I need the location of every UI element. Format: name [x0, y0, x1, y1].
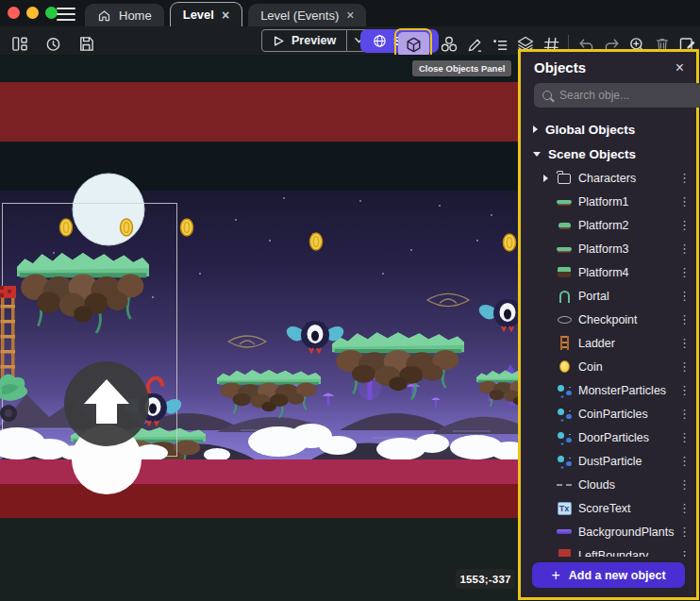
object-item-coin[interactable]: Coin [521, 355, 696, 378]
item-menu-icon[interactable] [678, 194, 690, 209]
object-item-clouds[interactable]: Clouds [521, 473, 696, 496]
search-box[interactable] [534, 83, 700, 108]
preview-button[interactable]: Preview [261, 29, 347, 52]
project-manager-icon[interactable] [8, 31, 31, 56]
item-menu-icon[interactable] [678, 548, 690, 557]
edit-pencil-icon[interactable] [463, 32, 486, 57]
item-menu-icon[interactable] [678, 407, 690, 421]
search-icon [542, 91, 552, 100]
platform-strip-icon [557, 247, 572, 251]
tooltip: Close Objects Panel [412, 60, 511, 76]
main-menu-icon[interactable] [57, 8, 75, 21]
coin-instance[interactable] [504, 234, 516, 251]
scene-editor-canvas[interactable]: 1553;-337 [0, 55, 521, 601]
object-item-ladder[interactable]: Ladder [521, 331, 696, 355]
tab-level[interactable]: Level [170, 2, 242, 26]
coin-instance[interactable] [121, 219, 133, 236]
item-menu-icon[interactable] [678, 454, 690, 468]
item-menu-icon[interactable] [678, 289, 690, 303]
minimize-window-icon[interactable] [26, 7, 39, 19]
item-menu-icon[interactable] [678, 265, 690, 279]
item-menu-icon[interactable] [678, 171, 690, 185]
platform-block-icon [558, 267, 571, 277]
object-item-backgroundplants[interactable]: BackgroundPlants [521, 520, 696, 543]
ladder-icon [560, 336, 569, 350]
section-global-objects[interactable]: Global Objects [521, 117, 696, 142]
properties-icon[interactable] [489, 32, 511, 57]
close-tab-icon[interactable] [222, 8, 229, 22]
section-scene-objects[interactable]: Scene Objects [521, 142, 696, 166]
objects-panel: Objects Global Objects Scene Objects Cha… [518, 49, 699, 600]
object-item-characters[interactable]: Characters [521, 166, 696, 190]
play-icon [273, 35, 285, 47]
object-item-checkpoint[interactable]: Checkpoint [521, 308, 696, 331]
editor-tabs: Home Level Level (Events) [85, 2, 366, 26]
object-groups-icon[interactable] [438, 32, 460, 57]
canvas-outside-bottom [0, 518, 521, 601]
close-window-icon[interactable] [8, 7, 20, 19]
object-item-portal[interactable]: Portal [521, 284, 696, 308]
platform-strip-icon [557, 200, 572, 204]
add-new-object-button[interactable]: Add a new object [532, 562, 685, 588]
search-row [521, 81, 696, 115]
tab-home[interactable]: Home [85, 4, 164, 26]
gdevelop-window: Home Level Level (Events) [0, 0, 700, 601]
object-item-doorparticles[interactable]: DoorParticles [521, 426, 696, 449]
window-controls [8, 7, 58, 19]
canvas-outside-gap [0, 142, 521, 191]
object-item-coinparticles[interactable]: CoinParticles [521, 402, 696, 426]
close-panel-icon[interactable] [675, 60, 684, 75]
objects-panel-button[interactable] [398, 32, 429, 58]
item-menu-icon[interactable] [678, 359, 690, 374]
folder-icon [558, 174, 571, 184]
item-menu-icon[interactable] [678, 383, 690, 397]
item-menu-icon[interactable] [678, 501, 690, 515]
globe-icon [373, 34, 387, 48]
chevron-right-icon [533, 125, 538, 133]
section-label: Global Objects [545, 123, 635, 137]
object-item-platform3[interactable]: Platform3 [521, 237, 696, 260]
cursor-coordinates-badge: 1553;-337 [456, 569, 515, 589]
search-input[interactable] [559, 89, 700, 102]
dashes-icon [557, 484, 572, 486]
item-menu-icon[interactable] [678, 312, 690, 326]
objects-panel-header: Objects [521, 52, 696, 81]
item-menu-icon[interactable] [678, 218, 690, 232]
object-item-platform1[interactable]: Platform1 [521, 190, 696, 213]
tab-bar: Home Level Level (Events) [0, 0, 700, 26]
expand-arrow-icon[interactable] [543, 175, 552, 182]
jump-arrow-button-object[interactable] [64, 361, 149, 446]
home-icon [97, 8, 111, 23]
coin-instance[interactable] [60, 219, 73, 236]
tab-level-events[interactable]: Level (Events) [248, 4, 366, 26]
red-square-icon [558, 549, 571, 557]
history-icon[interactable] [42, 31, 64, 56]
object-item-dustparticle[interactable]: DustParticle [521, 449, 696, 473]
bottom-boundary-object[interactable] [0, 484, 521, 518]
coin-instance[interactable] [181, 219, 193, 236]
moon-object[interactable] [73, 174, 144, 245]
item-menu-icon[interactable] [678, 430, 690, 444]
cube-icon [405, 36, 423, 54]
checkpoint-icon [558, 316, 572, 324]
object-item-monsterparticles[interactable]: MonsterParticles [521, 378, 696, 402]
object-item-scoretext[interactable]: Tx ScoreText [521, 496, 696, 520]
object-item-leftboundary[interactable]: LeftBoundary [521, 543, 696, 557]
add-button-label: Add a new object [569, 569, 666, 582]
scene-render[interactable] [0, 55, 521, 601]
chevron-down-icon [533, 152, 541, 157]
top-boundary-object[interactable] [0, 82, 521, 142]
item-menu-icon[interactable] [678, 336, 690, 350]
object-item-platform4[interactable]: Platform4 [521, 260, 696, 284]
coin-instance[interactable] [310, 233, 323, 250]
section-label: Scene Objects [548, 147, 636, 161]
close-tab-icon[interactable] [346, 8, 354, 22]
item-menu-icon[interactable] [678, 525, 690, 539]
object-item-platform2[interactable]: Platform2 [521, 213, 696, 237]
item-menu-icon[interactable] [678, 242, 690, 256]
item-menu-icon[interactable] [678, 477, 690, 492]
save-icon[interactable] [75, 31, 97, 56]
tab-label: Level [183, 8, 214, 22]
tab-label: Level (Events) [260, 8, 339, 23]
platform-tuft-icon [558, 223, 571, 227]
